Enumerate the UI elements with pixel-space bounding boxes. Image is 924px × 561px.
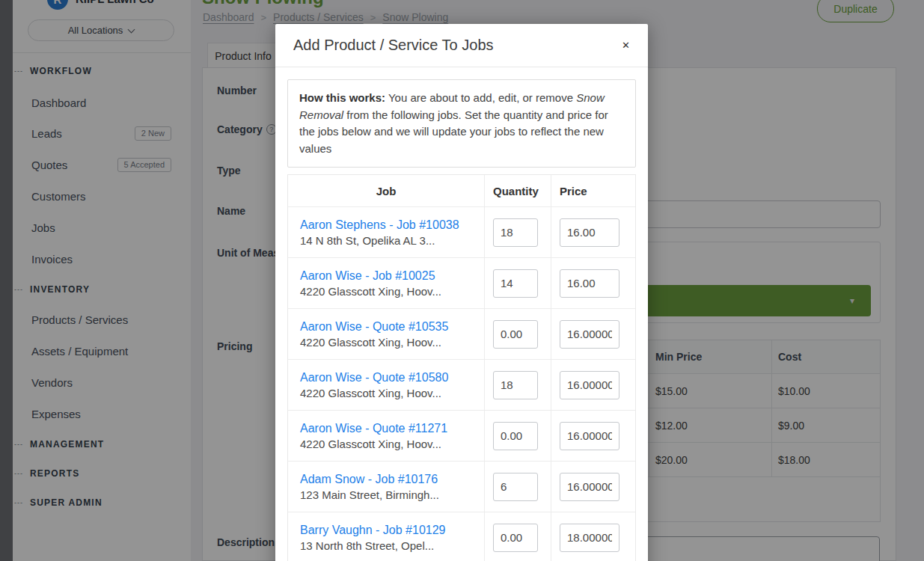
job-row: Barry Vaughn - Job #10129 13 North 8th S… xyxy=(288,512,635,561)
quantity-input[interactable] xyxy=(493,218,538,247)
quantity-input[interactable] xyxy=(493,320,538,349)
price-input[interactable] xyxy=(560,320,619,349)
jobs-col-price: Price xyxy=(551,175,635,206)
quantity-input[interactable] xyxy=(493,422,538,450)
jobs-rows: Aaron Stephens - Job #10038 14 N 8th St,… xyxy=(288,206,635,561)
job-address: 13 North 8th Street, Opel... xyxy=(300,539,472,552)
job-row: Aaron Wise - Quote #11271 4220 Glasscott… xyxy=(288,410,635,461)
quantity-input[interactable] xyxy=(493,524,538,552)
modal-title: Add Product / Service To Jobs xyxy=(293,37,494,54)
job-row: Adam Snow - Job #10176 123 Main Street, … xyxy=(288,461,635,512)
job-row: Aaron Wise - Quote #10535 4220 Glasscott… xyxy=(288,308,635,359)
price-input[interactable] xyxy=(560,269,619,298)
job-link[interactable]: Adam Snow - Job #10176 xyxy=(300,473,472,486)
add-product-modal: Add Product / Service To Jobs ✕ How this… xyxy=(275,24,648,561)
job-row: Aaron Wise - Job #10025 4220 Glasscott X… xyxy=(288,257,635,308)
app-window: R RIIPL Lawn Co All Locations --- WORKFL… xyxy=(0,0,924,561)
job-row: Aaron Stephens - Job #10038 14 N 8th St,… xyxy=(288,206,635,257)
quantity-input[interactable] xyxy=(493,371,538,399)
price-input[interactable] xyxy=(560,422,619,450)
modal-header: Add Product / Service To Jobs ✕ xyxy=(275,24,648,67)
job-address: 4220 Glasscott Xing, Hoov... xyxy=(300,285,472,298)
price-input[interactable] xyxy=(560,218,619,247)
job-address: 14 N 8th St, Opelika AL 3... xyxy=(300,234,472,247)
quantity-input[interactable] xyxy=(493,473,538,501)
modal-body: How this works: You are about to add, ed… xyxy=(275,67,648,561)
jobs-col-quantity: Quantity xyxy=(484,175,551,206)
job-link[interactable]: Aaron Wise - Quote #10580 xyxy=(300,371,472,384)
job-link[interactable]: Aaron Wise - Quote #11271 xyxy=(300,422,472,435)
job-link[interactable]: Aaron Stephens - Job #10038 xyxy=(300,218,472,232)
price-input[interactable] xyxy=(560,473,619,501)
job-link[interactable]: Aaron Wise - Quote #10535 xyxy=(300,320,472,334)
job-link[interactable]: Aaron Wise - Job #10025 xyxy=(300,269,472,283)
jobs-table-header: Job Quantity Price xyxy=(288,175,635,206)
price-input[interactable] xyxy=(560,524,619,552)
jobs-col-job: Job xyxy=(288,175,484,206)
quantity-input[interactable] xyxy=(493,269,538,298)
job-address: 4220 Glasscott Xing, Hoov... xyxy=(300,438,472,450)
job-address: 4220 Glasscott Xing, Hoov... xyxy=(300,387,472,399)
close-icon[interactable]: ✕ xyxy=(622,40,630,50)
job-row: Aaron Wise - Quote #10580 4220 Glasscott… xyxy=(288,359,635,410)
price-input[interactable] xyxy=(560,371,619,399)
job-link[interactable]: Barry Vaughn - Job #10129 xyxy=(300,524,472,537)
how-this-works-note: How this works: You are about to add, ed… xyxy=(287,79,636,168)
job-address: 4220 Glasscott Xing, Hoov... xyxy=(300,336,472,349)
job-address: 123 Main Street, Birmingh... xyxy=(300,488,472,501)
jobs-table: Job Quantity Price Aaron Stephens - Job … xyxy=(287,174,636,561)
